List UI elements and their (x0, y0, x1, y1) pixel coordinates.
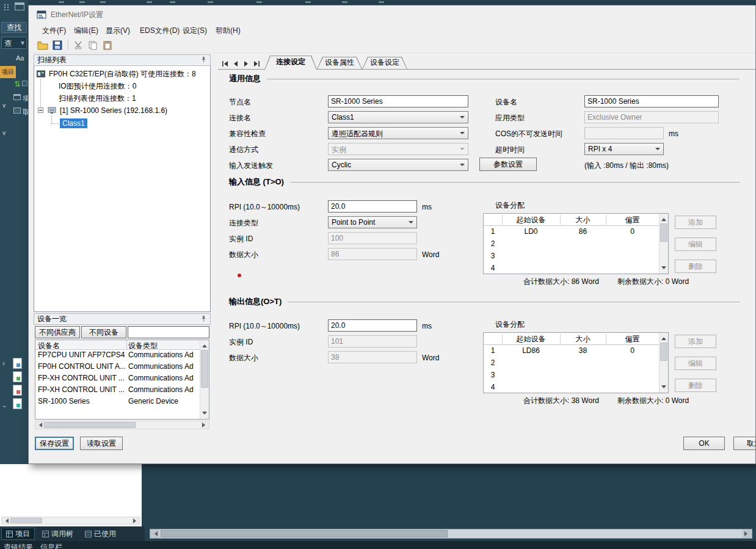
device-row[interactable]: FP0H CONTROL UNIT A... Communications Ad (35, 362, 200, 373)
paste-button[interactable] (101, 39, 114, 51)
scroll-left-button[interactable] (150, 529, 159, 538)
project-side-tab[interactable]: 项目 (0, 66, 16, 78)
compatibility-check-select[interactable]: 遵照适配器规则 (328, 127, 468, 139)
tree-item-device[interactable]: [1] SR-1000 Series (192.168.1.6) (34, 105, 210, 116)
vertical-scrollbar[interactable] (659, 333, 668, 393)
device-row[interactable]: SR-1000 Series Generic Device (35, 396, 200, 408)
tree-item-scan-list[interactable]: 扫描列表使用连接数：1 (34, 93, 210, 104)
allocation-row[interactable]: 1 LD86 38 0 (484, 345, 659, 357)
allocation-row[interactable]: 2 (484, 357, 659, 369)
file-icon[interactable] (13, 358, 22, 369)
connection-type-select[interactable]: Point to Point (328, 216, 417, 228)
output-rpi-input[interactable] (328, 319, 417, 332)
tree-item-io-map[interactable]: IO图预计使用连接数：0 (34, 81, 210, 92)
editor-horizontal-scrollbar[interactable] (150, 529, 752, 539)
pin-icon[interactable] (200, 56, 207, 65)
file-icon[interactable] (13, 398, 22, 409)
bottom-tab-call-tree[interactable]: 调用树 (38, 528, 78, 540)
scroll-down-button[interactable] (660, 384, 668, 393)
scroll-left-button[interactable] (2, 517, 10, 524)
pin-icon[interactable] (200, 315, 207, 324)
by-device-button[interactable]: 不同设备 (81, 326, 126, 338)
menu-edit[interactable]: 编辑(E) (74, 26, 98, 36)
device-row[interactable]: FP-XH CONTROL UNIT ... Communications Ad (35, 373, 200, 385)
tab-device-settings[interactable]: 设备设定 (362, 57, 407, 69)
search-input[interactable]: 查 ▾ (1, 37, 27, 49)
device-table-hscrollbar[interactable] (35, 421, 209, 429)
scrollbar-thumb[interactable] (201, 350, 208, 388)
scrollbar-thumb[interactable] (10, 518, 42, 523)
scroll-left-button[interactable] (35, 421, 43, 429)
vertical-scrollbar[interactable] (659, 214, 668, 274)
tree-item-connection[interactable]: Class1 (34, 118, 210, 129)
save-settings-button[interactable]: 保存设置 (35, 437, 74, 450)
doc-mini-icon[interactable] (13, 107, 21, 114)
device-filter-input[interactable] (128, 326, 209, 338)
scroll-right-button[interactable] (132, 517, 140, 524)
collapse-chevron-icon[interactable]: ∨ (2, 129, 6, 136)
allocation-row[interactable]: 3 (484, 250, 659, 263)
vertical-scrollbar[interactable] (200, 340, 209, 419)
tree-item-controller[interactable]: FP0H C32ET/EP(自动取得) 可使用连接数：8 (34, 68, 210, 79)
bottom-tab-project[interactable]: 项目 (1, 528, 35, 540)
scroll-down-button[interactable] (660, 264, 668, 274)
tab-connection-settings[interactable]: 连接设定 (264, 56, 317, 70)
expand-chevron-icon[interactable]: › (2, 359, 5, 368)
prev-tab-icon[interactable] (231, 59, 240, 68)
transfer-icon[interactable]: ⇅ (14, 79, 21, 89)
scroll-up-button[interactable] (660, 333, 668, 342)
input-trigger-select[interactable]: Cyclic (328, 159, 468, 171)
menu-help[interactable]: 帮助(H) (216, 26, 241, 36)
horizontal-scrollbar[interactable] (1, 517, 140, 525)
input-rpi-input[interactable] (328, 200, 417, 213)
allocation-row[interactable]: 2 (484, 238, 659, 250)
scrollbar-thumb[interactable] (660, 343, 667, 361)
scroll-right-button[interactable] (743, 529, 752, 538)
connection-name-select[interactable]: Class1 (328, 111, 468, 123)
scrollbar-thumb[interactable] (660, 224, 667, 242)
copy-button[interactable] (86, 39, 100, 51)
save-button[interactable] (51, 39, 64, 51)
device-row[interactable]: FP-XH CONTROL UNIT ... Communications Ad (35, 385, 200, 396)
match-case-toggle[interactable]: Aa (16, 53, 24, 63)
tab-device-properties[interactable]: 设备属性 (317, 57, 362, 69)
parameter-settings-button[interactable]: 参数设置 (479, 158, 537, 171)
device-name-input[interactable] (584, 95, 719, 107)
scroll-up-button[interactable] (200, 340, 209, 349)
node-name-input[interactable] (328, 95, 468, 107)
by-vendor-button[interactable]: 不同供应商 (35, 326, 80, 338)
ok-button[interactable]: OK (683, 437, 725, 450)
allocation-row[interactable]: 4 (484, 263, 659, 275)
collapse-chevron-icon[interactable]: ⌄ (2, 402, 7, 409)
file-icon[interactable] (13, 371, 22, 382)
scrollbar-thumb[interactable] (44, 422, 136, 428)
dialog-titlebar[interactable]: EtherNet/IP设置 (29, 5, 756, 24)
menu-settings[interactable]: 设定(S) (183, 26, 207, 36)
device-row[interactable]: FP7CPU UNIT AFP7CPS4... Communications A… (35, 350, 200, 362)
scroll-right-button[interactable] (201, 421, 209, 429)
cancel-button[interactable]: 取消 (733, 437, 756, 450)
allocation-row[interactable]: 4 (484, 382, 659, 394)
first-tab-icon[interactable] (220, 59, 230, 68)
open-button[interactable] (36, 39, 49, 51)
bottom-tab-used[interactable]: 已使用 (81, 528, 120, 540)
menu-eds-file[interactable]: EDS文件(D) (140, 26, 180, 36)
file-icon[interactable] (13, 385, 22, 396)
tree-collapse-toggle[interactable] (38, 107, 43, 113)
scrollbar-thumb[interactable] (161, 530, 448, 537)
last-tab-icon[interactable] (252, 59, 261, 68)
allocation-row[interactable]: 1 LD0 86 0 (484, 226, 659, 238)
next-tab-icon[interactable] (241, 59, 250, 68)
timeout-select[interactable]: RPI x 4 (584, 143, 664, 155)
cut-button[interactable] (71, 39, 85, 51)
menu-file[interactable]: 文件(F) (42, 26, 66, 36)
scroll-down-button[interactable] (200, 410, 209, 419)
scroll-up-button[interactable] (660, 214, 668, 223)
read-settings-button[interactable]: 读取设置 (80, 437, 123, 450)
allocation-row[interactable]: 3 (484, 369, 659, 382)
window-mini-icon[interactable] (13, 94, 21, 100)
collapse-chevron-icon[interactable]: ∨ (2, 102, 6, 109)
window-icon[interactable] (15, 2, 24, 10)
grid-mini-icon[interactable] (22, 81, 27, 86)
menu-view[interactable]: 显示(V) (106, 26, 130, 36)
